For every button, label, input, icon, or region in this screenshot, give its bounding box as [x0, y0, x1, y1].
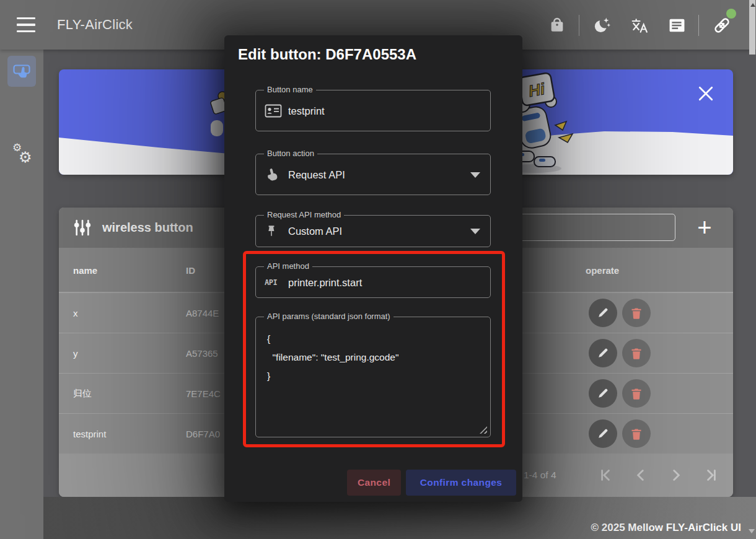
shop-bag-icon[interactable]: [543, 11, 571, 40]
api-params-textarea[interactable]: API params (standard json format) { "fil…: [255, 317, 491, 437]
prev-page-button[interactable]: [633, 467, 649, 483]
pin-icon: [265, 224, 278, 239]
edit-button[interactable]: [589, 299, 617, 327]
panel-title: wireless button: [102, 208, 193, 248]
last-page-button[interactable]: [703, 467, 719, 483]
field-label: Button name: [264, 85, 316, 94]
close-icon: [698, 85, 714, 102]
trash-icon: [630, 307, 643, 320]
button-action-select[interactable]: Button action Request API: [255, 154, 491, 195]
trash-icon: [630, 347, 643, 360]
field-label: Request API method: [264, 210, 344, 219]
next-page-button[interactable]: [668, 467, 684, 483]
app-title: FLY-AirClick: [57, 0, 133, 50]
cell-name: x: [73, 293, 78, 333]
pencil-icon: [597, 427, 609, 440]
api-icon: API: [265, 278, 277, 287]
field-label: Button action: [264, 149, 317, 158]
link-status-badge: [726, 9, 736, 19]
confirm-changes-button[interactable]: Confirm changes: [406, 470, 516, 496]
first-page-button[interactable]: [597, 467, 613, 483]
footer: © 2025 Mellow FLY-AirClick UI: [43, 497, 756, 539]
cell-name: y: [73, 333, 78, 374]
cell-name: 归位: [73, 374, 92, 414]
banner-close-button[interactable]: [697, 85, 714, 103]
cell-id: 7E7E4C: [186, 374, 221, 414]
tune-icon: [73, 219, 92, 239]
nav-drawer: ⚙ ⚙: [0, 50, 43, 539]
toolbar-divider: [698, 15, 699, 36]
chevron-left-icon: [633, 467, 649, 483]
badge-icon: [265, 104, 282, 118]
pencil-icon: [597, 307, 609, 319]
gears-icon: ⚙: [19, 149, 32, 166]
menu-icon[interactable]: [17, 17, 37, 32]
cancel-button[interactable]: Cancel: [347, 470, 401, 496]
edit-button[interactable]: [589, 339, 617, 367]
trash-icon: [630, 427, 643, 440]
column-header-operate: operate: [586, 248, 619, 292]
button-action-value: Request API: [288, 169, 345, 180]
api-method-value: printer.print.start: [288, 276, 362, 288]
scrollbar-thumb[interactable]: [749, 0, 755, 55]
translate-icon[interactable]: [625, 11, 654, 40]
field-label: API method: [264, 261, 312, 271]
dark-mode-moon-icon[interactable]: [588, 11, 617, 40]
edit-button-dialog: Edit button: D6F7A0553A Button name test…: [224, 35, 522, 502]
cell-id: A57365: [186, 333, 218, 374]
chevron-down-icon: [470, 172, 480, 178]
sidebar-item-wireless-buttons[interactable]: [7, 56, 36, 87]
scrollbar-up-arrow[interactable]: [750, 3, 755, 7]
delete-button[interactable]: [622, 339, 651, 367]
scrollbar-down-arrow[interactable]: [749, 529, 755, 533]
chevron-down-icon: [470, 229, 480, 234]
pencil-icon: [597, 347, 609, 359]
touch-app-icon: [12, 62, 31, 81]
cell-id: D6F7A0: [186, 414, 220, 454]
api-params-value: { "filename": "test_pring.gcode" }: [256, 317, 490, 385]
edit-button[interactable]: [589, 379, 617, 408]
button-name-field[interactable]: Button name testprint: [255, 90, 491, 131]
first-page-icon: [597, 467, 613, 483]
request-api-method-value: Custom API: [288, 226, 342, 237]
trash-icon: [630, 387, 643, 400]
sidebar-item-settings[interactable]: ⚙ ⚙: [9, 140, 36, 171]
chevron-right-icon: [668, 467, 684, 483]
dialog-title: Edit button: D6F7A0553A: [238, 46, 416, 63]
toolbar-divider: [579, 15, 579, 36]
copyright-text: © 2025 Mellow FLY-AirClick UI: [591, 522, 741, 534]
edit-button[interactable]: [589, 419, 617, 448]
resize-handle[interactable]: [480, 426, 487, 434]
column-header-id: ID: [186, 248, 195, 292]
cell-id: A8744E: [186, 293, 219, 333]
button-name-value: testprint: [288, 105, 325, 116]
request-api-method-select[interactable]: Request API method Custom API: [255, 215, 491, 247]
api-method-field[interactable]: API method API printer.print.start: [255, 266, 491, 298]
pencil-icon: [597, 387, 609, 400]
delete-button[interactable]: [622, 419, 651, 448]
cell-name: testprint: [73, 414, 106, 454]
add-button[interactable]: +: [690, 209, 719, 246]
gesture-tap-icon: [265, 167, 279, 182]
pagination-range: 1-4 of 4: [524, 454, 556, 497]
delete-button[interactable]: [622, 299, 651, 327]
column-header-name: name: [73, 248, 97, 292]
delete-button[interactable]: [622, 379, 651, 408]
last-page-icon: [703, 467, 719, 483]
changelog-icon[interactable]: [662, 11, 691, 40]
field-label: API params (standard json format): [264, 312, 393, 321]
